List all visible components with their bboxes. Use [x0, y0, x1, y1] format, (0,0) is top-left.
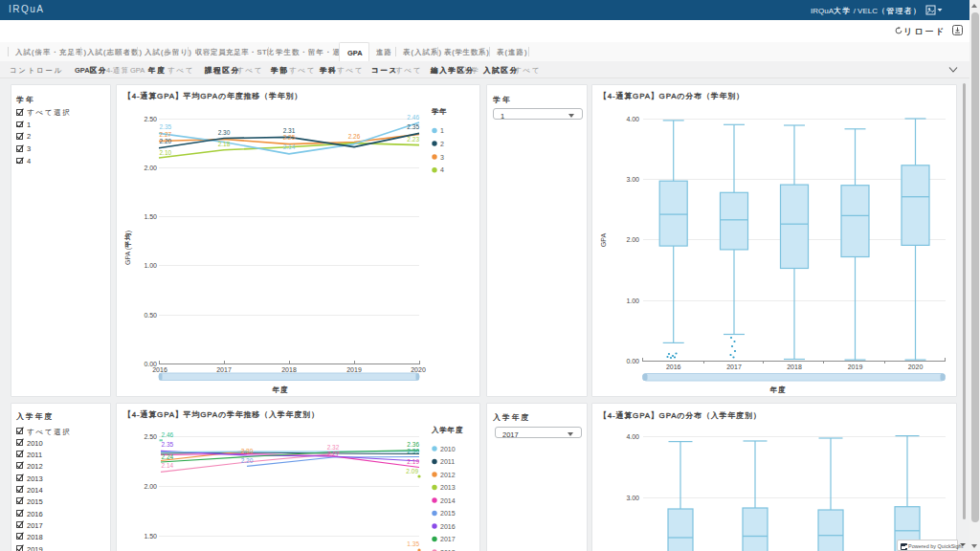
svg-text:2.27: 2.27: [327, 451, 340, 457]
svg-text:2.35: 2.35: [407, 123, 419, 130]
svg-text:3: 3: [440, 154, 444, 161]
svg-text:2.20: 2.20: [241, 457, 254, 464]
svg-text:2.25: 2.25: [283, 134, 296, 141]
svg-text:2013: 2013: [440, 484, 456, 491]
svg-text:2.26: 2.26: [348, 133, 361, 140]
svg-text:2015: 2015: [440, 510, 456, 517]
svg-text:2.30: 2.30: [241, 448, 254, 454]
svg-text:【4-通算GPA】GPAの分布（学年別）: 【4-通算GPA】GPAの分布（学年別）: [599, 91, 745, 100]
svg-text:GPA: GPA: [600, 233, 607, 248]
svg-text:1.35: 1.35: [407, 540, 419, 547]
svg-text:4.00: 4.00: [626, 433, 639, 440]
svg-text:2.30: 2.30: [407, 448, 419, 454]
svg-text:2019: 2019: [848, 364, 863, 370]
svg-text:4.00: 4.00: [626, 116, 639, 122]
svg-text:2.00: 2.00: [144, 165, 157, 171]
svg-text:2020: 2020: [411, 366, 426, 373]
svg-text:1.00: 1.00: [144, 262, 157, 269]
svg-text:2.00: 2.00: [626, 236, 639, 243]
svg-text:2.14: 2.14: [283, 143, 296, 150]
svg-text:1.50: 1.50: [144, 213, 157, 220]
svg-text:1.00: 1.00: [626, 298, 639, 304]
svg-text:【4-通算GPA】平均GPAの学年推移（入学年度別）: 【4-通算GPA】平均GPAの学年推移（入学年度別）: [123, 409, 320, 419]
svg-text:2.35: 2.35: [160, 123, 172, 130]
svg-text:2.50: 2.50: [144, 433, 157, 440]
svg-text:2.23: 2.23: [407, 136, 419, 143]
svg-text:3.00: 3.00: [626, 495, 639, 501]
svg-text:学年: 学年: [432, 107, 448, 116]
svg-text:2010: 2010: [440, 446, 456, 452]
svg-text:2017: 2017: [726, 364, 742, 370]
svg-text:2016: 2016: [440, 523, 456, 530]
svg-text:2018: 2018: [787, 364, 802, 370]
svg-text:2019: 2019: [346, 366, 362, 373]
svg-text:1: 1: [440, 127, 444, 134]
svg-text:0.00: 0.00: [626, 358, 639, 364]
svg-text:3.00: 3.00: [626, 176, 639, 183]
svg-text:2.00: 2.00: [144, 483, 157, 490]
svg-text:2.18: 2.18: [218, 141, 231, 147]
svg-text:2.50: 2.50: [144, 116, 157, 122]
svg-text:2.30: 2.30: [218, 129, 231, 136]
svg-text:2: 2: [440, 141, 444, 147]
svg-text:入学年度: 入学年度: [432, 426, 463, 434]
svg-text:2011: 2011: [440, 458, 455, 465]
svg-text:2.14: 2.14: [162, 462, 174, 469]
svg-text:2.31: 2.31: [283, 127, 296, 134]
svg-text:2012: 2012: [440, 472, 456, 478]
svg-text:2020: 2020: [908, 364, 924, 370]
svg-text:2.19: 2.19: [407, 458, 419, 465]
svg-text:2.10: 2.10: [160, 149, 172, 156]
svg-text:GPA (平均): GPA (平均): [124, 231, 132, 265]
svg-text:2018: 2018: [281, 366, 297, 373]
svg-text:2016: 2016: [666, 364, 681, 370]
svg-text:2.24: 2.24: [162, 453, 174, 460]
svg-text:2016: 2016: [152, 366, 167, 373]
svg-text:【4-通算GPA】GPAの分布（入学年度別）: 【4-通算GPA】GPAの分布（入学年度別）: [599, 410, 762, 420]
svg-text:2.09: 2.09: [406, 468, 418, 474]
svg-text:2.27: 2.27: [160, 131, 172, 138]
svg-text:2017: 2017: [440, 536, 456, 542]
svg-text:2.32: 2.32: [327, 444, 340, 451]
svg-text:2.46: 2.46: [407, 114, 419, 121]
svg-text:2.46: 2.46: [162, 431, 174, 438]
svg-text:年度: 年度: [769, 386, 787, 394]
svg-text:2014: 2014: [440, 497, 456, 504]
svg-text:0.50: 0.50: [144, 312, 157, 319]
svg-text:【4-通算GPA】平均GPAの年度推移（学年別）: 【4-通算GPA】平均GPAの年度推移（学年別）: [123, 91, 302, 100]
svg-text:4: 4: [440, 166, 444, 173]
svg-text:2017: 2017: [216, 366, 232, 373]
svg-text:2.35: 2.35: [162, 441, 174, 448]
svg-text:2.20: 2.20: [160, 138, 172, 144]
svg-text:年度: 年度: [272, 386, 289, 394]
svg-text:1.50: 1.50: [144, 533, 157, 540]
svg-text:2.36: 2.36: [407, 441, 419, 448]
